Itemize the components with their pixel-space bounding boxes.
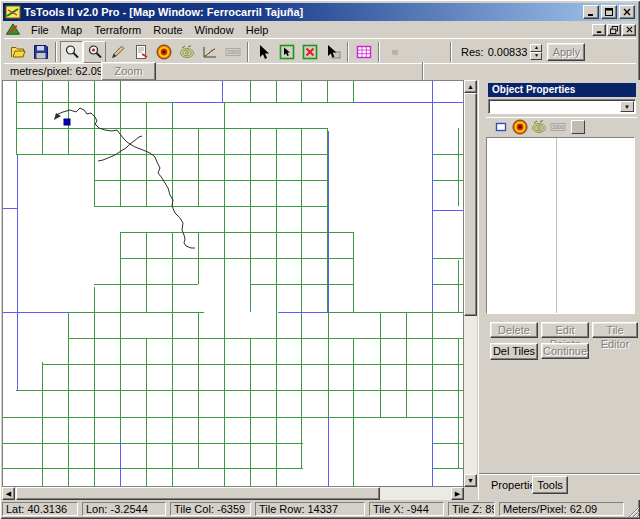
res-spinner[interactable]: ▲ ▼ [530,44,542,60]
tile-grid-button[interactable] [352,41,375,63]
delete-tile-button[interactable] [298,41,321,63]
metres-per-pixel-label: metres/pixel: 62.09 [10,65,103,77]
res-label: Res: [461,46,484,58]
delete-button[interactable]: Delete [490,322,538,338]
status-tile-z: Tile Z: 893 [448,502,495,516]
mdi-restore-button[interactable] [607,24,621,36]
toolbar-separator [347,42,349,62]
zoom-region-button[interactable] [83,41,106,63]
document-icon [133,44,149,60]
tiles-icon [356,44,372,60]
status-tile-row: Tile Row: 14337 [255,502,365,516]
dem-button[interactable]: 2000 [221,41,244,63]
zoom-red-icon [87,44,103,60]
object-target-button[interactable] [510,119,529,136]
spinner-down-icon[interactable]: ▼ [530,52,542,60]
app-icon [5,4,21,20]
arrow-icon [256,44,272,60]
status-meters-per-pixel: Meters/Pixel: 62.09 [499,502,624,516]
spinner-up-icon[interactable]: ▲ [530,44,542,52]
mdi-window-buttons [591,24,636,36]
status-tile-x: Tile X: -944 [369,502,444,516]
del-tiles-button[interactable]: Del Tiles [490,343,538,360]
select-tile-button[interactable] [275,41,298,63]
contour-icon [531,119,547,135]
select-button[interactable] [252,41,275,63]
object-select-button[interactable] [491,119,510,136]
map-canvas[interactable] [2,80,464,487]
minimize-button[interactable] [583,5,599,19]
tab-tools[interactable]: Tools [532,476,568,494]
scroll-up-icon[interactable]: ▲ [464,80,477,93]
continue-button[interactable]: Continue [541,343,589,359]
object-list[interactable] [486,137,635,314]
zoom-button[interactable]: Zoom [101,62,156,81]
object-properties-panel: Object Properties ▼ 2000 Delete Edit Poi… [478,80,640,500]
res-value: 0.00833 [488,46,528,58]
object-contour-button[interactable] [529,119,548,136]
map-vertical-scrollbar[interactable]: ▲ ▼ [464,80,477,487]
object-blank-button[interactable] [571,120,585,134]
menu-file[interactable]: File [25,23,55,37]
bullseye-icon [512,119,528,135]
route-marker[interactable] [64,119,70,125]
toolbar-separator [247,42,249,62]
svg-text:2000: 2000 [551,124,563,130]
target-button[interactable] [152,41,175,63]
toolbar-separator [55,42,57,62]
menu-route[interactable]: Route [147,23,188,37]
route-branch-sw [98,144,130,161]
edit-points-button[interactable]: Edit Points [541,322,589,338]
svg-text:2000: 2000 [226,49,238,55]
menu-terraform[interactable]: Terraform [88,23,147,37]
pencil-icon [110,44,126,60]
mdi-minimize-button[interactable] [592,24,606,36]
zoom-in-button[interactable] [60,41,83,63]
gradient-button[interactable] [198,41,221,63]
close-button[interactable] [619,5,635,19]
dem-icon: 2000 [225,44,241,60]
toolbar: 2000 Res: 0.00833 ▲ ▼ Apply [4,38,636,63]
resolution-group: Res: 0.00833 ▲ ▼ Apply [447,41,585,62]
combo-dropdown-icon[interactable]: ▼ [620,101,634,112]
select-object-button[interactable] [321,41,344,63]
open-button[interactable] [6,41,29,63]
horizontal-scroll-thumb[interactable] [16,487,380,500]
slope-icon [202,44,218,60]
list-column-divider [556,138,557,313]
tile-editor-button[interactable]: Tile Editor [592,322,638,338]
title-bar: TsTools II v2.0 Pro - [Map Window: Ferro… [3,3,637,21]
dem-icon: 2000 [550,119,566,135]
resize-grip[interactable] [627,505,640,518]
mdi-close-button[interactable] [622,24,636,36]
scroll-left-icon[interactable]: ◀ [2,487,15,500]
scrollbar-corner [464,487,478,500]
draw-button[interactable] [106,41,129,63]
edit-document-button[interactable] [129,41,152,63]
map-window-icon [5,22,21,37]
apply-button[interactable]: Apply [547,43,585,61]
blank-button[interactable] [383,41,406,63]
x-box-icon [302,44,318,60]
panel-icon-toolbar: 2000 [486,117,637,136]
zoom-row: metres/pixel: 62.09 Zoom [4,63,636,79]
status-lat: Lat: 40.3136 [2,502,78,516]
maximize-button[interactable] [601,5,617,19]
map-grid [3,81,463,486]
object-dem-button[interactable]: 2000 [548,119,567,136]
scroll-down-icon[interactable]: ▼ [464,474,477,487]
menu-help[interactable]: Help [240,23,275,37]
route-line [55,108,195,248]
save-button[interactable] [29,41,52,63]
blank-icon [387,44,403,60]
vertical-scroll-thumb[interactable] [464,93,477,316]
map-horizontal-scrollbar[interactable]: ◀ ▶ [2,487,464,500]
terrain-contour-button[interactable] [175,41,198,63]
scroll-right-icon[interactable]: ▶ [451,487,464,500]
menu-window[interactable]: Window [189,23,240,37]
object-combo[interactable]: ▼ [488,99,636,114]
bullseye-icon [156,44,172,60]
map-area: ▲ ▼ ◀ ▶ [2,80,478,500]
menu-map[interactable]: Map [55,23,88,37]
status-tile-col: Tile Col: -6359 [170,502,251,516]
